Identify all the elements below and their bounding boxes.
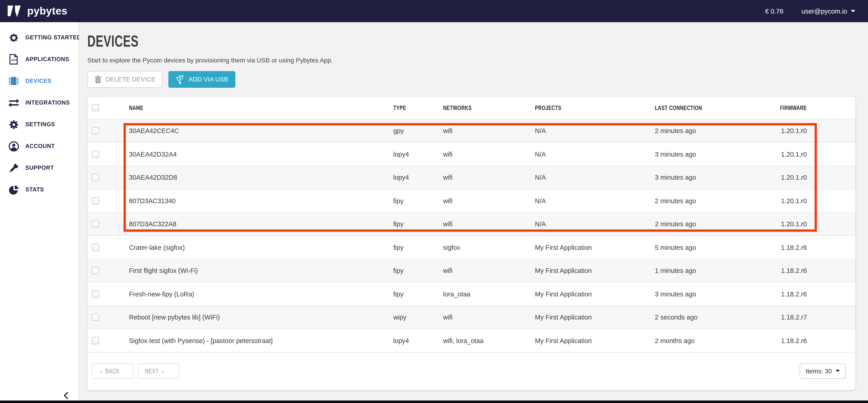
device-networks: wifi xyxy=(443,220,535,228)
page-title: DEVICES xyxy=(87,33,855,50)
row-checkbox[interactable] xyxy=(92,337,99,344)
sidebar-item-label: GETTING STARTED xyxy=(25,34,81,41)
column-header-type[interactable]: TYPE xyxy=(393,104,406,112)
row-checkbox[interactable] xyxy=(92,314,99,321)
table-row[interactable]: First flight sigfox (Wi-Fi) fipy wifi My… xyxy=(87,259,855,282)
chip-icon xyxy=(8,75,20,87)
device-last-connection: 2 minutes ago xyxy=(655,127,766,134)
delete-device-button[interactable]: DELETE DEVICE xyxy=(87,71,163,88)
devices-table: NAME TYPE NETWORKS PROJECTS LAST CONNECT… xyxy=(87,97,855,390)
device-networks: wifi xyxy=(443,151,535,158)
row-checkbox[interactable] xyxy=(92,174,99,181)
device-type: fipy xyxy=(393,267,443,274)
row-checkbox[interactable] xyxy=(92,127,99,134)
column-header-firmware[interactable]: FIRMWARE xyxy=(780,104,807,112)
sidebar-item-label: ACCOUNT xyxy=(25,143,55,149)
sidebar-item-devices[interactable]: DEVICES xyxy=(0,70,79,92)
pycom-logo-icon xyxy=(7,5,23,17)
table-row[interactable]: 30AEA42D32A4 lopy4 wifi N/A 3 minutes ag… xyxy=(87,142,855,166)
device-networks: wifi xyxy=(443,174,535,181)
sidebar-collapse-button[interactable] xyxy=(62,391,70,399)
select-all-checkbox[interactable] xyxy=(92,104,99,112)
device-type: gpy xyxy=(393,127,443,134)
items-per-page-dropdown[interactable]: Items: 30 xyxy=(800,363,846,379)
device-projects: N/A xyxy=(535,197,655,204)
table-row[interactable]: Reboot [new pybytes lib] (WiFi) wipy wif… xyxy=(87,306,855,329)
device-type: fipy xyxy=(393,290,443,298)
device-projects: N/A xyxy=(535,220,655,228)
column-header-name[interactable]: NAME xyxy=(129,104,144,112)
device-last-connection: 5 minutes ago xyxy=(655,244,766,251)
gear-icon xyxy=(8,119,20,130)
row-checkbox[interactable] xyxy=(92,197,99,204)
device-firmware: 1.18.2.r6 xyxy=(766,267,807,274)
exchange-arrows-icon xyxy=(8,97,20,108)
device-firmware: 1.20.1.r0 xyxy=(766,127,807,134)
table-row[interactable]: Sigfox-test (with Pysense) - [pastoor pe… xyxy=(87,329,855,352)
app-window: pybytes € 0.76 user@pycom.io GETTING STA… xyxy=(0,0,868,403)
table-body: 30AEA42CEC4C gpy wifi N/A 2 minutes ago … xyxy=(87,119,855,352)
next-button[interactable]: NEXT → xyxy=(138,363,179,379)
device-projects: My First Application xyxy=(535,290,655,298)
device-name: 30AEA42D32A4 xyxy=(121,151,393,158)
sidebar-item-stats[interactable]: STATS xyxy=(0,179,79,200)
table-row[interactable]: 807D3AC322A8 fipy wifi N/A 2 minutes ago… xyxy=(87,212,855,236)
device-type: fipy xyxy=(393,244,443,251)
device-type: fipy xyxy=(393,220,443,228)
device-last-connection: 2 months ago xyxy=(655,337,766,344)
sidebar-item-settings[interactable]: SETTINGS xyxy=(0,114,79,135)
add-via-usb-label: ADD VIA USB xyxy=(188,76,228,83)
device-firmware: 1.20.1.r0 xyxy=(766,220,807,228)
column-header-last-connection[interactable]: LAST CONNECTION xyxy=(655,104,702,112)
device-networks: sigfox xyxy=(443,244,535,251)
device-networks: wifi xyxy=(443,267,535,274)
add-via-usb-button[interactable]: ADD VIA USB xyxy=(168,71,236,88)
row-checkbox[interactable] xyxy=(92,220,99,228)
main-content: DEVICES Start to explore the Pycom devic… xyxy=(79,22,868,403)
sidebar-item-applications[interactable]: </> APPLICATIONS xyxy=(0,49,79,70)
pybytes-logo[interactable]: pybytes xyxy=(7,5,67,17)
table-row[interactable]: 807D3AC31340 fipy wifi N/A 2 minutes ago… xyxy=(87,189,855,212)
device-projects: My First Application xyxy=(535,267,655,274)
table-row[interactable]: Crater-lake (sigfox) fipy sigfox My Firs… xyxy=(87,236,855,259)
table-row[interactable]: 30AEA42CEC4C gpy wifi N/A 2 minutes ago … xyxy=(87,119,855,142)
device-type: lopy4 xyxy=(393,174,443,181)
device-name: Reboot [new pybytes lib] (WiFi) xyxy=(121,314,393,321)
sidebar-item-getting-started[interactable]: GETTING STARTED xyxy=(0,27,79,49)
code-document-icon: </> xyxy=(8,54,20,65)
delete-device-label: DELETE DEVICE xyxy=(105,76,155,83)
sidebar-item-label: DEVICES xyxy=(25,78,51,84)
device-firmware: 1.18.2.r7 xyxy=(766,314,807,321)
back-button[interactable]: ← BACK xyxy=(92,363,133,379)
caret-down-icon xyxy=(835,370,840,372)
sidebar-item-support[interactable]: SUPPORT xyxy=(0,157,79,179)
device-firmware: 1.18.2.r6 xyxy=(766,290,807,298)
table-row[interactable]: Fresh-new-fipy (LoRa) fipy lora_otaa My … xyxy=(87,282,855,306)
table-footer: ← BACK NEXT → Items: 30 xyxy=(87,352,855,390)
device-projects: My First Application xyxy=(535,314,655,321)
sidebar-item-label: APPLICATIONS xyxy=(25,56,69,62)
device-name: First flight sigfox (Wi-Fi) xyxy=(121,267,393,274)
user-email: user@pycom.io xyxy=(802,7,847,15)
sunburst-icon xyxy=(8,32,20,43)
table-row[interactable]: 30AEA42D32D8 lopy4 wifi N/A 3 minutes ag… xyxy=(87,166,855,189)
brand-name: pybytes xyxy=(27,5,67,17)
device-projects: N/A xyxy=(535,127,655,134)
device-networks: wifi, lora_otaa xyxy=(443,337,535,344)
sidebar-item-account[interactable]: ACCOUNT xyxy=(0,135,79,157)
column-header-networks[interactable]: NETWORKS xyxy=(443,104,471,112)
device-name: 30AEA42CEC4C xyxy=(121,127,393,134)
device-networks: wifi xyxy=(443,197,535,204)
sidebar-item-integrations[interactable]: INTEGRATIONS xyxy=(0,92,79,114)
wrench-icon xyxy=(8,163,20,173)
column-header-projects[interactable]: PROJECTS xyxy=(535,104,561,112)
device-type: fipy xyxy=(393,197,443,204)
user-menu[interactable]: user@pycom.io xyxy=(802,7,855,15)
user-circle-icon xyxy=(8,141,20,151)
row-checkbox[interactable] xyxy=(92,267,99,274)
row-checkbox[interactable] xyxy=(92,244,99,251)
row-checkbox[interactable] xyxy=(92,290,99,298)
device-type: lopy4 xyxy=(393,151,443,158)
device-name: Fresh-new-fipy (LoRa) xyxy=(121,290,393,298)
row-checkbox[interactable] xyxy=(92,151,99,158)
